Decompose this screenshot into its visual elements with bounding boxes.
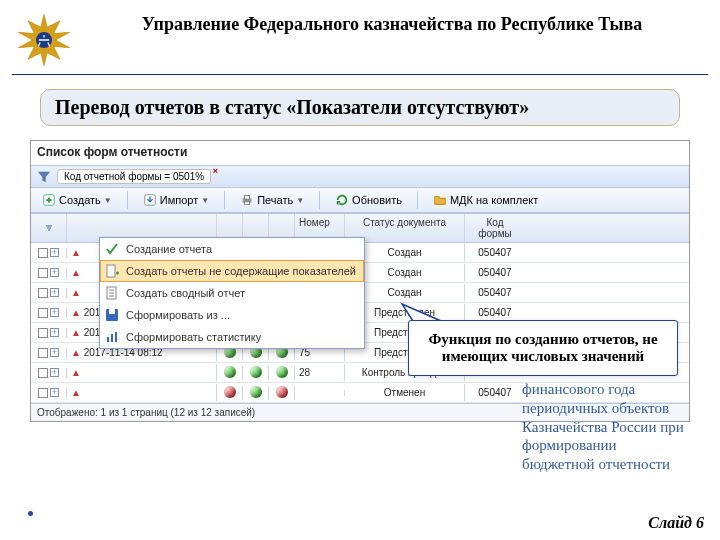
doc-icon xyxy=(104,285,120,301)
checkbox[interactable] xyxy=(38,348,48,358)
menu-item-create-empty[interactable]: Создать отчеты не содержащие показателей xyxy=(100,260,364,282)
checkbox[interactable] xyxy=(38,328,48,338)
plus-icon xyxy=(42,193,56,207)
menu-item-create-report[interactable]: Создание отчета xyxy=(100,238,364,260)
funnel-icon[interactable] xyxy=(37,170,51,184)
expand-icon[interactable]: + xyxy=(50,388,59,397)
cell-status: Отменен xyxy=(345,384,465,401)
cell-code: 050407 xyxy=(465,264,525,281)
import-button[interactable]: Импорт ▼ xyxy=(138,191,214,209)
refresh-button[interactable]: Обновить xyxy=(330,191,407,209)
emblem xyxy=(12,8,76,72)
menu-item-form-from[interactable]: Сформировать из ... xyxy=(100,304,364,326)
chevron-down-icon: ▼ xyxy=(201,196,209,205)
folder-icon xyxy=(433,193,447,207)
warn-icon: ▲ xyxy=(71,387,81,398)
side-text: финансового года периодичных объектов Ка… xyxy=(522,380,692,474)
callout-box: Функция по созданию отчетов, не имеющих … xyxy=(408,320,678,376)
disk-icon xyxy=(104,307,120,323)
mdk-label: МДК на комплект xyxy=(450,194,538,206)
filter-chip[interactable]: Код отчетной формы = 0501% × xyxy=(57,169,211,184)
divider xyxy=(12,74,708,75)
svg-rect-11 xyxy=(111,334,113,342)
filter-bar: Код отчетной формы = 0501% × xyxy=(31,165,689,188)
col-code[interactable]: Код формы xyxy=(465,214,525,242)
svg-rect-6 xyxy=(107,265,115,277)
bullet xyxy=(28,511,33,516)
warn-icon: ▲ xyxy=(71,347,81,358)
status-dot xyxy=(224,366,236,378)
print-icon xyxy=(240,193,254,207)
chevron-down-icon: ▼ xyxy=(296,196,304,205)
menu-label: Сформировать из ... xyxy=(126,309,230,321)
expand-icon[interactable]: + xyxy=(50,328,59,337)
stats-icon xyxy=(104,329,120,345)
status-dot xyxy=(250,386,262,398)
expand-icon[interactable]: + xyxy=(50,268,59,277)
expand-icon[interactable]: + xyxy=(50,288,59,297)
import-icon xyxy=(143,193,157,207)
svg-rect-12 xyxy=(115,332,117,342)
warn-icon: ▲ xyxy=(71,287,81,298)
toolbar: Создать ▼ Импорт ▼ Печать ▼ Обновить МДК… xyxy=(31,188,689,213)
status-dot xyxy=(224,386,236,398)
svg-rect-10 xyxy=(107,337,109,342)
cell-num: 28 xyxy=(295,364,345,381)
mdk-button[interactable]: МДК на комплект xyxy=(428,191,543,209)
import-label: Импорт xyxy=(160,194,198,206)
slide-title: Перевод отчетов в статус «Показатели отс… xyxy=(40,89,680,126)
menu-item-create-summary[interactable]: Создать сводный отчет xyxy=(100,282,364,304)
checkbox[interactable] xyxy=(38,308,48,318)
list-caption: Список форм отчетности xyxy=(31,141,689,165)
refresh-icon xyxy=(335,193,349,207)
status-dot xyxy=(276,366,288,378)
warn-icon: ▲ xyxy=(71,367,81,378)
refresh-label: Обновить xyxy=(352,194,402,206)
cell-code: 050407 xyxy=(465,384,525,401)
warn-icon: ▲ xyxy=(71,327,81,338)
filter-text: Код отчетной формы = 0501% xyxy=(64,171,204,182)
check-icon xyxy=(104,241,120,257)
menu-label: Создать сводный отчет xyxy=(126,287,245,299)
create-label: Создать xyxy=(59,194,101,206)
expand-icon[interactable]: + xyxy=(50,308,59,317)
expand-icon[interactable]: + xyxy=(50,348,59,357)
checkbox[interactable] xyxy=(38,248,48,258)
cell-code: 050407 xyxy=(465,244,525,261)
cell-code: 050407 xyxy=(465,304,525,321)
expand-icon[interactable]: + xyxy=(50,368,59,377)
warn-icon: ▲ xyxy=(71,267,81,278)
expand-icon[interactable]: + xyxy=(50,248,59,257)
svg-rect-4 xyxy=(245,196,250,200)
svg-rect-9 xyxy=(109,309,115,314)
warn-icon: ▲ xyxy=(71,307,81,318)
checkbox[interactable] xyxy=(38,368,48,378)
cell-code: 050407 xyxy=(465,284,525,301)
svg-rect-5 xyxy=(245,202,250,205)
slide-number: Слайд 6 xyxy=(648,514,704,532)
print-label: Печать xyxy=(257,194,293,206)
status-dot xyxy=(250,366,262,378)
create-menu: Создание отчета Создать отчеты не содерж… xyxy=(99,237,365,349)
checkbox[interactable] xyxy=(38,268,48,278)
checkbox[interactable] xyxy=(38,288,48,298)
close-icon[interactable]: × xyxy=(213,166,218,176)
chevron-down-icon: ▼ xyxy=(104,196,112,205)
menu-label: Создать отчеты не содержащие показателей xyxy=(126,265,356,277)
checkbox[interactable] xyxy=(38,388,48,398)
menu-label: Создание отчета xyxy=(126,243,212,255)
org-title: Управление Федерального казначейства по … xyxy=(76,8,708,35)
warn-icon: ▲ xyxy=(71,247,81,258)
doc-plus-icon xyxy=(104,263,120,279)
print-button[interactable]: Печать ▼ xyxy=(235,191,309,209)
menu-label: Сформировать статистику xyxy=(126,331,261,343)
create-button[interactable]: Создать ▼ xyxy=(37,191,117,209)
menu-item-form-stats[interactable]: Сформировать статистику xyxy=(100,326,364,348)
sort-icon[interactable] xyxy=(31,214,67,242)
cell-num xyxy=(295,390,345,396)
status-dot xyxy=(276,386,288,398)
